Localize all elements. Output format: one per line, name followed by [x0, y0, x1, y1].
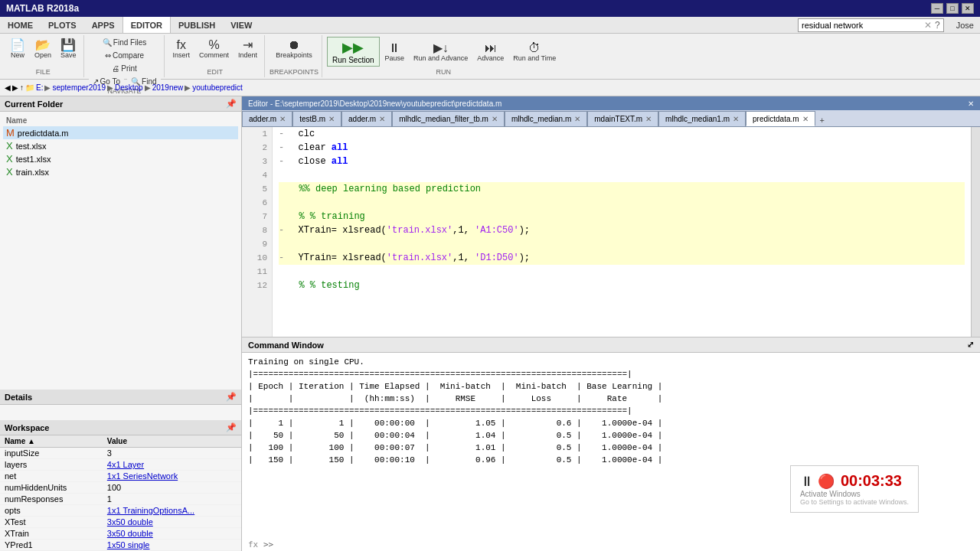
- breakpoints-button[interactable]: ⏺ Breakpoints: [272, 37, 316, 61]
- code-line[interactable]: % % training: [279, 210, 965, 223]
- editor-tab[interactable]: testB.m✕: [292, 111, 341, 126]
- tab-close-icon[interactable]: ✕: [328, 115, 335, 123]
- workspace-var-value[interactable]: 1x1 SeriesNetwork: [103, 471, 241, 482]
- editor-tab[interactable]: mlhdlc_median1.m✕: [658, 111, 746, 126]
- file-item-test1[interactable]: X test1.xlsx: [3, 152, 238, 165]
- run-section-button[interactable]: ▶▶ Run Section: [327, 37, 379, 67]
- code-line[interactable]: - clc: [279, 127, 965, 141]
- workspace-col-name[interactable]: Name ▲: [0, 435, 103, 448]
- tab-close-icon[interactable]: ✕: [645, 115, 652, 123]
- breadcrumb-e[interactable]: E:: [36, 83, 43, 92]
- line-number: 6: [247, 196, 267, 210]
- editor-controls[interactable]: ✕: [968, 99, 974, 108]
- workspace-var-value[interactable]: 1x1 TrainingOptionsA...: [103, 505, 241, 517]
- breadcrumb-youtubepredict[interactable]: youtubepredict: [192, 83, 243, 92]
- workspace-var-value[interactable]: 1x50 single: [103, 540, 241, 551]
- workspace-row[interactable]: XTrain3x50 double: [0, 528, 241, 540]
- nav-prev-icon[interactable]: ◀: [5, 83, 11, 92]
- search-help-icon[interactable]: ?: [935, 20, 940, 31]
- code-line[interactable]: - XTrain= xlsread('train.xlsx',1, 'A1:C5…: [279, 223, 965, 237]
- print-button[interactable]: 🖨 Print: [108, 63, 141, 74]
- tab-close-icon[interactable]: ✕: [574, 115, 580, 123]
- run-advance-button[interactable]: ▶↓ Run and Advance: [410, 40, 472, 64]
- file-list: Name M predictdata.m X test.xlsx X test1…: [0, 112, 241, 181]
- search-clear-icon[interactable]: ✕: [924, 20, 932, 31]
- menu-plots[interactable]: PLOTS: [41, 17, 84, 33]
- search-box[interactable]: residual network ✕ ?: [798, 18, 944, 32]
- file-item-train[interactable]: X train.xlsx: [3, 165, 238, 178]
- tab-close-icon[interactable]: ✕: [279, 115, 286, 123]
- editor-tab[interactable]: adder.m✕: [341, 111, 392, 126]
- workspace-row[interactable]: opts1x1 TrainingOptionsA...: [0, 505, 241, 517]
- menu-view[interactable]: VIEW: [223, 17, 260, 33]
- open-button[interactable]: 📂 Open: [31, 37, 55, 61]
- indent-button[interactable]: ⇥ Indent: [234, 37, 261, 61]
- workspace-pin-icon[interactable]: 📌: [226, 422, 237, 432]
- file-item-test[interactable]: X test.xlsx: [3, 139, 238, 152]
- details-pin-icon[interactable]: 📌: [226, 392, 237, 402]
- editor-tab[interactable]: mlhdlc_median_filter_tb.m✕: [392, 111, 505, 126]
- minimize-button[interactable]: ─: [931, 3, 943, 14]
- editor-tab[interactable]: adder.m✕: [242, 111, 292, 126]
- workspace-col-value[interactable]: Value: [103, 435, 241, 448]
- timer-media-controls[interactable]: ⏸ 🔴: [800, 473, 835, 490]
- menu-editor[interactable]: EDITOR: [122, 17, 171, 33]
- workspace-var-value[interactable]: 3x50 double: [103, 528, 241, 540]
- code-line[interactable]: % % testing: [279, 279, 965, 292]
- nav-up-icon[interactable]: ↑: [20, 83, 24, 92]
- breadcrumb-desktop[interactable]: Desktop: [115, 83, 143, 92]
- save-button[interactable]: 💾 Save: [57, 37, 80, 61]
- workspace-row[interactable]: layers4x1 Layer: [0, 459, 241, 471]
- search-input[interactable]: residual network: [802, 21, 924, 30]
- compare-button[interactable]: ⇔ Compare: [101, 50, 148, 61]
- maximize-button[interactable]: □: [946, 3, 959, 14]
- toolbar-run-section: ▶▶ Run Section ⏸ Pause ▶↓ Run and Advanc…: [324, 35, 563, 77]
- code-line[interactable]: %% deep learning based prediction: [279, 182, 965, 196]
- add-tab-button[interactable]: +: [815, 114, 829, 126]
- run-time-button[interactable]: ⏱ Run and Time: [509, 40, 560, 64]
- workspace-row[interactable]: XTest3x50 double: [0, 517, 241, 528]
- menu-apps[interactable]: APPS: [84, 17, 122, 33]
- workspace-var-value[interactable]: 4x1 Layer: [103, 459, 241, 471]
- tab-close-icon[interactable]: ✕: [802, 115, 808, 123]
- new-button[interactable]: 📄 New: [6, 37, 29, 61]
- breadcrumb-sep2019[interactable]: septemper2019: [52, 83, 106, 92]
- tab-close-icon[interactable]: ✕: [733, 115, 739, 123]
- breadcrumb-2019new[interactable]: 2019new: [152, 83, 184, 92]
- code-line[interactable]: - close all: [279, 155, 965, 168]
- tab-close-icon[interactable]: ✕: [379, 115, 385, 123]
- tab-close-icon[interactable]: ✕: [492, 115, 498, 123]
- editor-tab[interactable]: mlhdlc_median.m✕: [505, 111, 587, 126]
- workspace-row[interactable]: net1x1 SeriesNetwork: [0, 471, 241, 482]
- code-line[interactable]: [279, 265, 965, 279]
- file-item-predictdata[interactable]: M predictdata.m: [3, 126, 238, 139]
- menu-publish[interactable]: PUBLISH: [171, 17, 223, 33]
- workspace-row[interactable]: YPred11x50 single: [0, 540, 241, 551]
- editor-tab[interactable]: mdainTEXT.m✕: [587, 111, 658, 126]
- workspace-row[interactable]: numHiddenUnits100: [0, 482, 241, 494]
- close-button[interactable]: ✕: [962, 3, 974, 14]
- window-controls[interactable]: ─ □ ✕: [931, 3, 974, 14]
- code-line[interactable]: [279, 237, 965, 251]
- comment-button[interactable]: % Comment: [195, 37, 233, 61]
- current-folder-pin-icon[interactable]: 📌: [226, 99, 237, 109]
- code-line[interactable]: [279, 196, 965, 210]
- code-line[interactable]: [279, 168, 965, 182]
- workspace-row[interactable]: numResponses1: [0, 494, 241, 505]
- code-line[interactable]: - clear all: [279, 141, 965, 155]
- code-content[interactable]: - clc- clear all- close all %% deep lear…: [273, 127, 971, 337]
- editor-tab[interactable]: predictdata.m✕: [746, 111, 815, 126]
- line-number: 5: [247, 182, 267, 196]
- editor-scrollbar[interactable]: [971, 127, 980, 337]
- code-line[interactable]: - YTrain= xlsread('train.xlsx',1, 'D1:D5…: [279, 251, 965, 265]
- workspace-row[interactable]: inputSize3: [0, 448, 241, 459]
- command-window-expand-icon[interactable]: ⤢: [967, 340, 974, 350]
- pause-button[interactable]: ⏸ Pause: [381, 40, 409, 64]
- insert-button[interactable]: fx Insert: [169, 37, 194, 61]
- menu-home[interactable]: HOME: [0, 17, 41, 33]
- nav-next-icon[interactable]: ▶: [12, 83, 18, 92]
- find-files-button[interactable]: 🔍 Find Files: [99, 37, 150, 48]
- workspace-var-value[interactable]: 3x50 double: [103, 517, 241, 528]
- advance-button[interactable]: ⏭ Advance: [473, 40, 508, 64]
- file-name-test: test.xlsx: [16, 142, 47, 151]
